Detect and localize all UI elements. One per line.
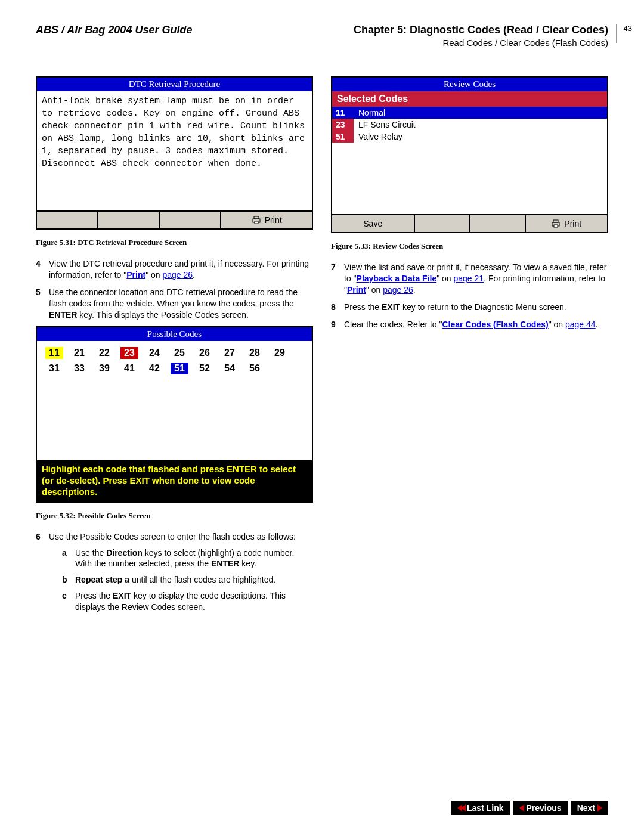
code-27[interactable]: 27: [221, 347, 239, 359]
figure-5-33-caption: Figure 5.33: Review Codes Screen: [331, 241, 608, 251]
print-label: Print: [564, 219, 581, 228]
review-row-11[interactable]: 11Normal: [332, 107, 607, 119]
step-9: 9 Clear the codes. Refer to "Clear Codes…: [331, 319, 608, 330]
code-25[interactable]: 25: [171, 347, 188, 359]
print-link-2[interactable]: Print: [347, 285, 366, 295]
step-6-num: 6: [36, 531, 49, 618]
code-33[interactable]: 33: [70, 363, 88, 374]
last-link-button[interactable]: Last Link: [451, 801, 509, 815]
code-41[interactable]: 41: [120, 363, 138, 374]
playback-data-file-link[interactable]: Playback a Data File: [357, 274, 437, 283]
clear-codes-link[interactable]: Clear Codes (Flash Codes): [442, 320, 549, 329]
footer-blank-4[interactable]: [415, 215, 470, 232]
review-desc: LF Sens Circuit: [354, 119, 420, 131]
review-codes-screen: Review Codes Selected Codes 11Normal23LF…: [331, 76, 608, 233]
code-28[interactable]: 28: [246, 347, 264, 359]
dtc-screen-footer: Print: [37, 210, 312, 228]
review-desc: Valve Relay: [354, 131, 407, 143]
code-11[interactable]: 11: [45, 347, 63, 359]
previous-button[interactable]: Previous: [513, 801, 568, 815]
step-4: 4 View the DTC retrieval procedure and p…: [36, 258, 313, 281]
footer-blank-3[interactable]: [160, 212, 221, 228]
right-column: Review Codes Selected Codes 11Normal23LF…: [331, 76, 608, 624]
step-9-num: 9: [331, 319, 344, 330]
review-row-23[interactable]: 23LF Sens Circuit: [332, 119, 607, 131]
printer-icon: [252, 216, 261, 224]
arrow-left-icon: [519, 804, 524, 812]
step-6c: c Press the EXIT key to display the code…: [62, 590, 313, 613]
review-codes-title: Review Codes: [332, 78, 607, 91]
save-button[interactable]: Save: [332, 215, 415, 232]
code-39[interactable]: 39: [95, 363, 113, 374]
printer-icon: [551, 219, 561, 228]
review-screen-footer: Save Print: [332, 214, 607, 232]
code-51[interactable]: 51: [171, 363, 188, 374]
chapter-subtitle: Read Codes / Clear Codes (Flash Codes): [354, 38, 608, 48]
possible-codes-screen: Possible Codes 1121222324252627282931333…: [36, 326, 313, 502]
code-31[interactable]: 31: [45, 363, 63, 374]
page-44-link[interactable]: page 44: [565, 320, 596, 329]
double-arrow-left-icon: [457, 804, 465, 812]
instruction-bar: Highlight each code that flashed and pre…: [37, 460, 312, 501]
selected-codes-header: Selected Codes: [332, 91, 607, 107]
codes-grid: 11212223242526272829313339414251525456: [37, 341, 312, 460]
chapter-block: Chapter 5: Diagnostic Codes (Read / Clea…: [354, 24, 608, 48]
svg-rect-0: [254, 216, 259, 219]
code-23[interactable]: 23: [120, 347, 138, 359]
page-header: ABS / Air Bag 2004 User Guide Chapter 5:…: [36, 24, 608, 52]
code-21[interactable]: 21: [70, 347, 88, 359]
page-number: 43: [616, 24, 632, 43]
footer-blank-2[interactable]: [98, 212, 160, 228]
dtc-screen-body: Anti-lock brake system lamp must be on i…: [37, 91, 312, 210]
step-7-num: 7: [331, 262, 344, 296]
print-label: Print: [265, 215, 282, 225]
step-6: 6 Use the Possible Codes screen to enter…: [36, 531, 313, 618]
review-code: 23: [332, 119, 354, 131]
svg-rect-3: [553, 220, 558, 222]
print-link[interactable]: Print: [126, 270, 145, 280]
step-8-num: 8: [331, 302, 344, 313]
page-26-link[interactable]: page 26: [162, 270, 193, 280]
print-button[interactable]: Print: [221, 212, 312, 228]
possible-codes-title: Possible Codes: [37, 327, 312, 341]
step-5: 5 Use the connector location and DTC ret…: [36, 287, 313, 321]
review-code: 51: [332, 131, 354, 143]
page-21-link[interactable]: page 21: [454, 274, 484, 283]
code-26[interactable]: 26: [196, 347, 213, 359]
nav-buttons: Last Link Previous Next: [451, 801, 608, 815]
chapter-title: Chapter 5: Diagnostic Codes (Read / Clea…: [354, 24, 608, 36]
svg-rect-5: [554, 225, 558, 227]
step-5-num: 5: [36, 287, 49, 321]
footer-blank-5[interactable]: [470, 215, 526, 232]
step-4-num: 4: [36, 258, 49, 281]
page-26-link-2[interactable]: page 26: [383, 285, 413, 295]
footer-blank-1[interactable]: [37, 212, 98, 228]
code-22[interactable]: 22: [95, 347, 113, 359]
review-desc: Normal: [354, 107, 607, 119]
doc-title: ABS / Air Bag 2004 User Guide: [36, 24, 192, 36]
step-8: 8 Press the EXIT key to return to the Di…: [331, 302, 608, 313]
review-body: 11Normal23LF Sens Circuit51Valve Relay: [332, 107, 607, 214]
code-42[interactable]: 42: [145, 363, 163, 374]
print-button-2[interactable]: Print: [526, 215, 608, 232]
code-52[interactable]: 52: [196, 363, 213, 374]
left-column: DTC Retrieval Procedure Anti-lock brake …: [36, 76, 313, 624]
code-29[interactable]: 29: [271, 347, 289, 359]
review-code: 11: [332, 107, 354, 119]
dtc-retrieval-screen: DTC Retrieval Procedure Anti-lock brake …: [36, 76, 313, 230]
next-button[interactable]: Next: [571, 801, 608, 815]
dtc-screen-title: DTC Retrieval Procedure: [37, 78, 312, 91]
arrow-right-icon: [597, 804, 602, 812]
figure-5-32-caption: Figure 5.32: Possible Codes Screen: [36, 511, 313, 521]
step-7: 7 View the list and save or print it, if…: [331, 262, 608, 296]
code-56[interactable]: 56: [246, 363, 264, 374]
code-54[interactable]: 54: [221, 363, 239, 374]
step-6b: b Repeat step a until all the flash code…: [62, 574, 313, 586]
svg-rect-2: [255, 221, 258, 224]
step-6a: a Use the Direction keys to select (high…: [62, 547, 313, 570]
review-row-51[interactable]: 51Valve Relay: [332, 131, 607, 143]
code-24[interactable]: 24: [145, 347, 163, 359]
figure-5-31-caption: Figure 5.31: DTC Retrieval Procedure Scr…: [36, 238, 313, 247]
